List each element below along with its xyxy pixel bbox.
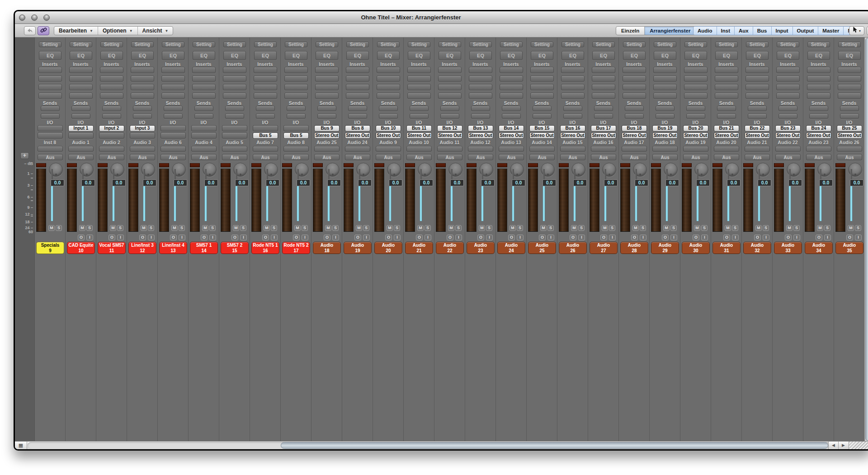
fader-value[interactable]: 0.0 bbox=[635, 179, 648, 186]
group-slot[interactable] bbox=[376, 146, 401, 152]
input-slot[interactable]: Bus 21 bbox=[714, 125, 739, 132]
send-slot[interactable] bbox=[440, 113, 459, 119]
insert-slot[interactable] bbox=[69, 84, 93, 90]
insert-slot[interactable] bbox=[745, 67, 769, 73]
insert-slot[interactable] bbox=[838, 67, 861, 73]
window-resize-grip[interactable] bbox=[849, 442, 868, 449]
track-name-label[interactable]: Line/Inst 4 13 bbox=[159, 242, 187, 254]
setting-button[interactable]: Setting bbox=[254, 42, 277, 47]
bypass-button[interactable]: O bbox=[170, 235, 177, 240]
fader-value[interactable]: 0.0 bbox=[758, 179, 771, 186]
bypass-button[interactable]: O bbox=[385, 235, 392, 240]
eq-button[interactable]: EQ bbox=[469, 51, 492, 60]
insert-slot[interactable] bbox=[192, 67, 216, 73]
track-name-label[interactable]: Audio 21 bbox=[405, 242, 433, 254]
automation-mode-button[interactable]: Aus bbox=[99, 154, 124, 160]
insert-slot[interactable] bbox=[653, 84, 677, 90]
input-monitor-button[interactable]: I bbox=[302, 235, 308, 240]
send-slot[interactable] bbox=[225, 113, 244, 119]
fader-value[interactable]: 0.0 bbox=[819, 179, 833, 186]
output-slot[interactable]: Stereo Out bbox=[652, 132, 678, 139]
eq-button[interactable]: EQ bbox=[592, 51, 615, 60]
insert-slot[interactable] bbox=[38, 75, 62, 82]
automation-mode-button[interactable]: Aus bbox=[652, 154, 678, 160]
input-monitor-button[interactable]: I bbox=[793, 235, 800, 240]
back-button[interactable] bbox=[24, 26, 36, 35]
insert-slot[interactable] bbox=[469, 67, 492, 73]
send-slot[interactable] bbox=[748, 113, 767, 119]
input-monitor-button[interactable]: I bbox=[271, 235, 278, 240]
input-slot[interactable] bbox=[222, 125, 247, 132]
bypass-button[interactable]: O bbox=[324, 235, 330, 240]
bypass-button[interactable]: O bbox=[693, 235, 699, 240]
input-monitor-button[interactable]: I bbox=[701, 235, 708, 240]
insert-slot[interactable] bbox=[684, 93, 708, 99]
view-segment-arrangierfenster[interactable]: Arrangierfenster bbox=[644, 27, 695, 35]
send-slot[interactable] bbox=[287, 106, 306, 111]
automation-mode-button[interactable]: Aus bbox=[283, 154, 309, 160]
fader-value[interactable]: 0.0 bbox=[604, 179, 618, 186]
output-slot[interactable] bbox=[191, 132, 217, 139]
setting-button[interactable]: Setting bbox=[100, 42, 123, 47]
insert-slot[interactable] bbox=[284, 67, 308, 73]
output-slot[interactable] bbox=[38, 132, 63, 139]
solo-button[interactable]: S bbox=[209, 225, 216, 231]
titlebar[interactable]: Ohne Titel – Mixer: Arrangierfenster bbox=[15, 11, 868, 24]
setting-button[interactable]: Setting bbox=[70, 42, 92, 47]
mute-button[interactable]: M bbox=[479, 225, 485, 231]
group-slot[interactable] bbox=[160, 146, 186, 152]
automation-mode-button[interactable]: Aus bbox=[160, 154, 186, 160]
automation-mode-button[interactable]: Aus bbox=[222, 154, 247, 160]
fader-value[interactable]: 0.0 bbox=[266, 179, 279, 186]
setting-button[interactable]: Setting bbox=[377, 42, 400, 47]
insert-slot[interactable] bbox=[161, 93, 185, 99]
solo-button[interactable]: S bbox=[302, 225, 308, 231]
mute-button[interactable]: M bbox=[817, 225, 823, 231]
send-slot[interactable] bbox=[317, 106, 336, 111]
insert-slot[interactable] bbox=[807, 84, 830, 90]
filter-bus[interactable]: Bus bbox=[753, 27, 771, 35]
output-slot[interactable]: Stereo Out bbox=[406, 132, 432, 139]
input-monitor-button[interactable]: I bbox=[609, 235, 616, 240]
solo-button[interactable]: S bbox=[240, 225, 246, 231]
solo-button[interactable]: S bbox=[640, 225, 646, 231]
insert-slot[interactable] bbox=[407, 93, 431, 99]
fader-handle[interactable] bbox=[697, 186, 698, 221]
eq-button[interactable]: EQ bbox=[131, 51, 154, 60]
insert-slot[interactable] bbox=[223, 67, 246, 73]
input-monitor-button[interactable]: I bbox=[824, 235, 831, 240]
insert-slot[interactable] bbox=[438, 75, 462, 82]
mute-button[interactable]: M bbox=[48, 225, 55, 231]
eq-button[interactable]: EQ bbox=[838, 51, 861, 60]
input-slot[interactable]: Bus 8 bbox=[345, 125, 370, 132]
eq-button[interactable]: EQ bbox=[746, 51, 769, 60]
insert-slot[interactable] bbox=[745, 75, 769, 82]
insert-slot[interactable] bbox=[131, 93, 154, 99]
insert-slot[interactable] bbox=[346, 67, 369, 73]
input-slot[interactable]: Input 3 bbox=[130, 125, 155, 132]
send-slot[interactable] bbox=[778, 106, 797, 111]
send-slot[interactable] bbox=[133, 113, 152, 119]
insert-slot[interactable] bbox=[745, 84, 769, 90]
send-slot[interactable] bbox=[256, 113, 275, 119]
solo-button[interactable]: S bbox=[271, 225, 277, 231]
send-slot[interactable] bbox=[594, 113, 613, 119]
fader-handle[interactable] bbox=[420, 186, 422, 221]
track-name-label[interactable]: Audio 30 bbox=[682, 242, 710, 254]
automation-mode-button[interactable]: Aus bbox=[714, 154, 739, 160]
fader-handle[interactable] bbox=[143, 186, 145, 221]
setting-button[interactable]: Setting bbox=[531, 42, 553, 47]
automation-mode-button[interactable]: Aus bbox=[560, 154, 585, 160]
eq-button[interactable]: EQ bbox=[623, 51, 646, 60]
input-monitor-button[interactable]: I bbox=[179, 235, 185, 240]
fader-value[interactable]: 0.0 bbox=[51, 179, 64, 186]
fader-value[interactable]: 0.0 bbox=[143, 179, 156, 186]
insert-slot[interactable] bbox=[131, 67, 154, 73]
bypass-button[interactable]: O bbox=[354, 235, 361, 240]
fader-handle[interactable] bbox=[512, 186, 514, 221]
track-name-label[interactable]: Audio 33 bbox=[774, 242, 802, 254]
eq-button[interactable]: EQ bbox=[408, 51, 430, 60]
insert-slot[interactable] bbox=[161, 75, 185, 82]
fader-handle[interactable] bbox=[328, 186, 330, 221]
filter-aux[interactable]: Aux bbox=[734, 27, 753, 35]
